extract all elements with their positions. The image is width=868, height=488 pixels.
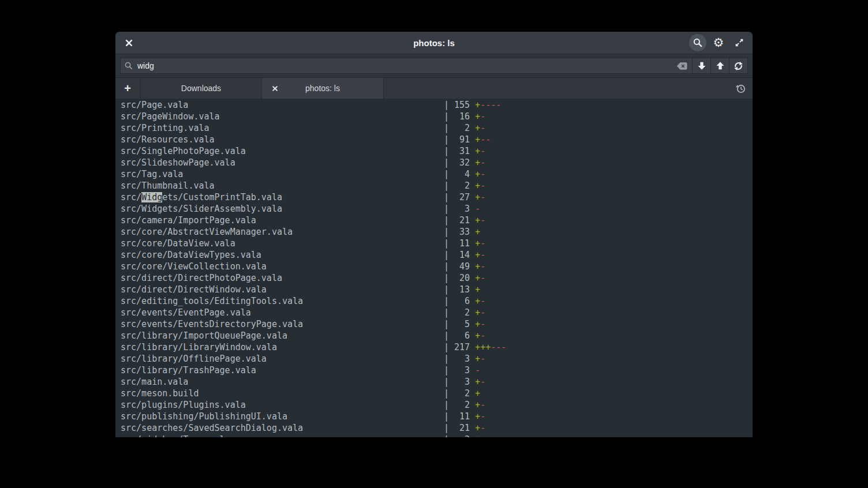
- window-title: photos: ls: [115, 38, 753, 48]
- diffstat-row: src/editing_tools/EditingTools.vala | 6 …: [121, 295, 753, 307]
- diffstat-row: src/Widgets/SliderAssembly.vala | 3 -: [121, 203, 753, 215]
- search-bar: widg: [115, 54, 753, 77]
- diffstat-row: src/core/AbstractViewManager.vala | 33 +: [121, 226, 753, 238]
- titlebar[interactable]: photos: ls ⚙: [115, 32, 753, 54]
- diffstat-row: src/core/ViewCollection.vala | 49 +-: [121, 261, 753, 272]
- tab-label: photos: ls: [305, 84, 340, 93]
- diffstat-row: src/meson.build | 2 +: [121, 388, 753, 399]
- search-entry-icon: [124, 61, 133, 70]
- window-close-button[interactable]: [120, 34, 137, 51]
- expand-icon: [734, 37, 744, 48]
- diffstat-row: src/searches/SavedSearchDialog.vala | 21…: [121, 422, 753, 434]
- diffstat-row: src/SlideshowPage.vala | 32 +-: [121, 157, 753, 168]
- clear-search-button[interactable]: [675, 60, 689, 72]
- diffstat-row: src/Printing.vala | 2 +-: [121, 122, 753, 134]
- search-toggle-button[interactable]: [689, 34, 706, 51]
- diffstat-row: src/direct/DirectWindow.vala | 13 +: [121, 284, 753, 295]
- diffstat-row: src/SinglePhotoPage.vala | 31 +-: [121, 145, 753, 157]
- terminal-window: photos: ls ⚙: [115, 32, 753, 437]
- previous-match-button[interactable]: [710, 58, 729, 74]
- diffstat-row: src/plugins/Plugins.vala | 2 +-: [121, 399, 753, 411]
- history-icon: [735, 83, 746, 94]
- diffstat-row: src/Page.vala | 155 +----: [121, 99, 753, 111]
- tab-close-icon: [272, 85, 278, 92]
- diffstat-row: src/library/ImportQueuePage.vala | 6 +-: [121, 330, 753, 341]
- diffstat-row: src/Tag.vala | 4 +-: [121, 168, 753, 180]
- diffstat-row: src/core/DataView.vala | 11 +-: [121, 238, 753, 249]
- titlebar-actions: ⚙: [689, 34, 748, 51]
- arrow-up-icon: [715, 61, 725, 71]
- diffstat-row: src/events/EventPage.vala | 2 +-: [121, 307, 753, 318]
- wrap-search-button[interactable]: [729, 58, 748, 74]
- diffstat-row: src/camera/ImportPage.vala | 21 +-: [121, 215, 753, 226]
- diffstat-row: src/Thumbnail.vala | 2 +-: [121, 180, 753, 192]
- tab-label: Downloads: [181, 84, 221, 93]
- search-query-text: widg: [137, 61, 671, 70]
- gear-icon: ⚙: [713, 37, 724, 49]
- arrow-down-icon: [697, 61, 707, 71]
- settings-button[interactable]: ⚙: [710, 34, 727, 51]
- plus-icon: +: [124, 82, 131, 95]
- search-input[interactable]: widg: [120, 58, 693, 74]
- new-tab-button[interactable]: +: [119, 78, 136, 99]
- tab-photos-ls[interactable]: photos: ls: [262, 78, 384, 99]
- tab-bar: + Downloads photos: ls: [115, 77, 753, 99]
- cycle-icon: [733, 61, 744, 72]
- tab-close-button[interactable]: [269, 82, 280, 94]
- diffstat-row: src/direct/DirectPhotoPage.vala | 20 +-: [121, 272, 753, 284]
- diffstat-row: src/library/TrashPage.vala | 3 -: [121, 365, 753, 376]
- close-icon: [125, 39, 133, 47]
- diffstat-row: src/sidebar/Tree.vala | 2 +: [121, 434, 753, 437]
- diffstat-row: src/Widgets/CustomPrintTab.vala | 27 +-: [121, 192, 753, 203]
- session-history-button[interactable]: [732, 80, 749, 97]
- diffstat-row: src/library/OfflinePage.vala | 3 +-: [121, 353, 753, 365]
- diffstat-row: src/core/DataViewTypes.vala | 14 +-: [121, 249, 753, 261]
- backspace-icon: [676, 61, 688, 71]
- terminal-output[interactable]: src/Page.vala | 155 +----src/PageWindow.…: [115, 99, 753, 437]
- search-icon: [693, 37, 703, 48]
- diffstat-row: src/events/EventsDirectoryPage.vala | 5 …: [121, 318, 753, 330]
- search-nav-buttons: [693, 58, 748, 74]
- diffstat-row: src/Resources.vala | 91 +--: [121, 134, 753, 145]
- diffstat-row: src/main.vala | 3 +-: [121, 376, 753, 388]
- diffstat-row: src/publishing/PublishingUI.vala | 11 +-: [121, 411, 753, 422]
- fullscreen-button[interactable]: [731, 34, 748, 51]
- next-match-button[interactable]: [692, 58, 711, 74]
- tab-downloads[interactable]: Downloads: [140, 78, 262, 99]
- diffstat-row: src/PageWindow.vala | 16 +-: [121, 111, 753, 122]
- diffstat-row: src/library/LibraryWindow.vala | 217 +++…: [121, 341, 753, 353]
